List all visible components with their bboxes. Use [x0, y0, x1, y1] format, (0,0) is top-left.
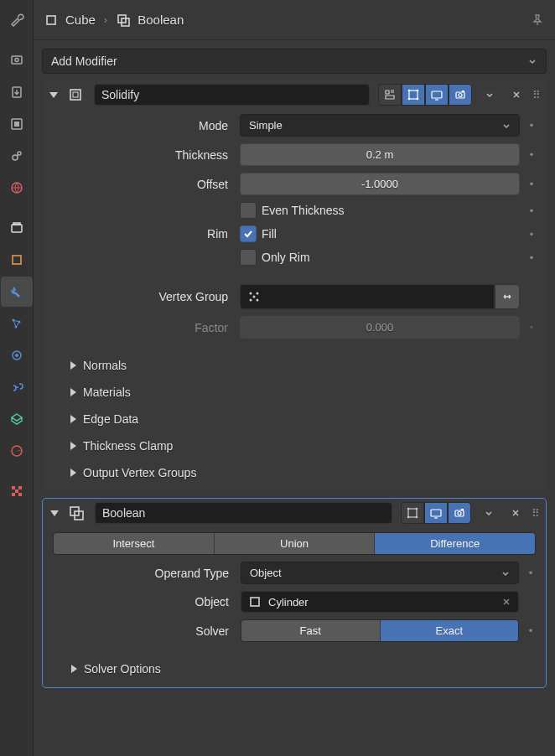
toggle-edit-mode[interactable]: [378, 84, 402, 106]
tab-object[interactable]: [1, 245, 33, 275]
modifier-header: ⠿: [42, 80, 547, 109]
tab-data[interactable]: [1, 404, 33, 434]
svg-rect-27: [409, 91, 418, 99]
tab-scene[interactable]: [1, 141, 33, 171]
toggle-cage[interactable]: [402, 84, 425, 106]
toggle-realtime[interactable]: [424, 502, 448, 524]
clear-icon[interactable]: [501, 597, 511, 607]
modifier-close[interactable]: [507, 85, 526, 104]
svg-rect-26: [73, 92, 78, 97]
modifier-menu[interactable]: [480, 85, 499, 104]
svg-rect-18: [18, 486, 22, 489]
tab-particle[interactable]: [1, 308, 33, 339]
operand-select[interactable]: Object: [241, 562, 519, 584]
svg-rect-48: [431, 510, 441, 516]
svg-point-28: [408, 90, 411, 92]
chevron-down-icon: [501, 569, 510, 577]
tab-render[interactable]: [1, 45, 33, 75]
op-difference[interactable]: Difference: [375, 533, 535, 554]
op-union[interactable]: Union: [215, 533, 376, 554]
mode-select[interactable]: Simple: [240, 114, 520, 137]
modifier-menu[interactable]: [480, 504, 498, 522]
anim-dot[interactable]: •: [526, 148, 537, 161]
toggle-render[interactable]: [448, 502, 471, 524]
cube-icon: [44, 13, 59, 28]
object-field[interactable]: Cylinder: [241, 591, 519, 613]
modifier-name-input[interactable]: [94, 84, 370, 106]
tab-viewlayer[interactable]: [1, 109, 33, 139]
even-thickness-label: Even Thickness: [262, 204, 345, 217]
tab-physics[interactable]: [1, 340, 33, 370]
vertex-group-field[interactable]: [240, 284, 495, 309]
vertex-group-invert[interactable]: [495, 284, 520, 309]
svg-rect-52: [251, 598, 259, 606]
vgroup-icon: [247, 290, 261, 303]
tab-output[interactable]: [1, 77, 33, 107]
svg-rect-22: [47, 16, 55, 24]
toggle-edit-mode[interactable]: [401, 502, 424, 524]
svg-rect-43: [408, 509, 417, 517]
breadcrumb-modifier-label: Boolean: [137, 13, 184, 27]
mesh-icon: [248, 595, 262, 608]
svg-point-45: [416, 508, 418, 510]
properties-tab-sidebar: [0, 0, 34, 756]
anim-dot[interactable]: •: [526, 178, 537, 190]
collapse-toggle[interactable]: [47, 88, 60, 101]
solver-exact[interactable]: Exact: [381, 620, 519, 641]
chevron-down-icon: [502, 122, 511, 130]
anim-dot[interactable]: •: [526, 624, 536, 637]
svg-rect-17: [12, 486, 15, 489]
svg-rect-20: [12, 493, 15, 496]
anim-dot[interactable]: •: [526, 228, 537, 241]
subpanel-edge-data[interactable]: Edge Data: [52, 409, 537, 429]
subpanel-thickness-clamp[interactable]: Thickness Clamp: [52, 436, 537, 456]
mode-value: Simple: [249, 119, 283, 132]
modifier-close[interactable]: [506, 504, 525, 522]
drag-handle[interactable]: ⠿: [532, 89, 542, 101]
offset-field[interactable]: -1.0000: [240, 173, 520, 195]
anim-dot[interactable]: •: [526, 119, 537, 132]
fill-checkbox[interactable]: [240, 225, 257, 242]
subpanel-materials[interactable]: Materials: [52, 382, 537, 402]
anim-dot[interactable]: •: [526, 251, 537, 264]
solver-label: Solver: [53, 624, 234, 638]
svg-point-50: [458, 512, 461, 515]
collapse-toggle[interactable]: [48, 506, 61, 520]
operation-segments: Intersect Union Difference: [53, 532, 536, 555]
svg-point-46: [407, 516, 410, 519]
anim-dot[interactable]: •: [526, 205, 537, 217]
object-label: Object: [53, 595, 234, 608]
even-thickness-checkbox[interactable]: [240, 202, 257, 219]
modifier-name-input[interactable]: [95, 502, 392, 524]
tab-material[interactable]: [1, 436, 33, 466]
pin-icon[interactable]: [530, 13, 545, 28]
toggle-render[interactable]: [449, 84, 472, 106]
thickness-field[interactable]: 0.2 m: [240, 143, 520, 166]
only-rim-checkbox[interactable]: [240, 249, 257, 266]
operand-value: Object: [250, 567, 282, 579]
toggle-realtime[interactable]: [425, 84, 449, 106]
tab-collection[interactable]: [1, 213, 33, 243]
subpanel-normals[interactable]: Normals: [52, 355, 537, 375]
fill-label: Fill: [262, 227, 277, 241]
modifier-toggles: [378, 84, 472, 106]
svg-rect-35: [462, 91, 464, 92]
subpanel-solver-options[interactable]: Solver Options: [53, 659, 536, 679]
tab-texture[interactable]: [1, 476, 33, 506]
tab-constraint[interactable]: [1, 372, 33, 402]
svg-point-39: [257, 299, 259, 302]
breadcrumb-modifier[interactable]: Boolean: [116, 13, 184, 28]
modifier-body: Intersect Union Difference Operand Type …: [43, 527, 546, 687]
solver-fast[interactable]: Fast: [241, 620, 381, 641]
tab-world[interactable]: [1, 173, 33, 203]
drag-handle[interactable]: ⠿: [532, 507, 541, 520]
tab-tool[interactable]: [1, 5, 33, 35]
op-intersect[interactable]: Intersect: [54, 533, 215, 554]
breadcrumb-object[interactable]: Cube: [44, 13, 96, 28]
anim-dot[interactable]: •: [526, 567, 536, 579]
svg-rect-32: [432, 91, 442, 98]
tab-modifier[interactable]: [1, 277, 33, 307]
subpanel-output-vgroups[interactable]: Output Vertex Groups: [52, 463, 537, 483]
add-modifier-dropdown[interactable]: Add Modifier: [42, 49, 547, 74]
breadcrumb-sep: ›: [104, 13, 107, 26]
